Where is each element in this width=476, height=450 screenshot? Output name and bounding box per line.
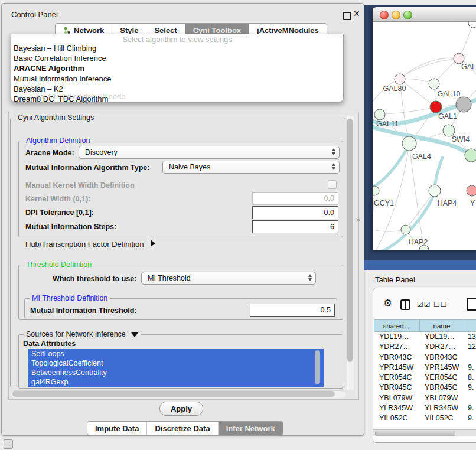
zoom-traffic-light-icon[interactable] <box>403 11 412 19</box>
dpi-tolerance-label: DPI Tolerance [0,1]: <box>25 208 94 217</box>
which-threshold-label: Which threshold to use: <box>53 275 136 283</box>
table-cell: YDR27… <box>374 343 419 353</box>
minimized-widget-icon[interactable] <box>4 439 13 449</box>
network-node[interactable] <box>430 101 442 113</box>
dropdown-placeholder: Select algorithm to view settings <box>11 34 343 44</box>
kernel-width-label: Kernel Width (0,1): <box>25 195 90 203</box>
table-row[interactable]: YIL052CYIL052C9. <box>374 414 476 424</box>
list-item[interactable]: BetweennessCentrality <box>28 368 324 377</box>
network-node[interactable] <box>373 186 379 195</box>
table-cell: YDR27… <box>419 343 464 353</box>
close-icon[interactable]: ✕ <box>353 9 360 18</box>
network-node[interactable] <box>374 109 385 120</box>
tab-discretize-data[interactable]: Discretize Data <box>147 422 218 435</box>
which-threshold-combobox[interactable]: MI Threshold <box>141 272 316 285</box>
table-row[interactable]: YBL079WYBL079W <box>374 394 476 404</box>
mi-algorithm-type-combobox[interactable]: Naive Bayes <box>162 161 340 174</box>
kernel-width-field[interactable]: 0.0 <box>252 192 338 205</box>
list-item[interactable]: TopologicalCoefficient <box>28 358 324 368</box>
dropdown-item-selected[interactable]: ARACNE Algorithm <box>11 64 343 74</box>
dropdown-item[interactable]: Basic Correlation Inference <box>11 54 343 64</box>
network-canvas[interactable]: GALGAL80GAL10GAL1GAL11SWI4GAL4GCY1HAP4YH… <box>373 22 476 250</box>
select-all-checkboxes-icon[interactable]: ☑☑ <box>417 301 431 309</box>
network-icon <box>63 27 71 34</box>
node-label: GAL80 <box>383 84 406 93</box>
dropdown-item[interactable]: Bayesian – Hill Climbing <box>11 44 343 54</box>
table-row[interactable]: YLR345WYLR345W9. <box>374 404 476 414</box>
node-label: HAP4 <box>438 199 457 207</box>
settings-vscrollbar-thumb[interactable] <box>347 119 353 362</box>
sources-title[interactable]: Sources for Network Inference <box>24 330 141 338</box>
close-traffic-light-icon[interactable] <box>380 11 389 19</box>
new-table-icon[interactable] <box>467 298 476 311</box>
mi-threshold-field[interactable]: 0.5 <box>250 304 335 317</box>
network-node[interactable] <box>443 125 455 136</box>
table-row[interactable]: YER054CYER054C8. <box>374 373 476 383</box>
table-cell: 9. <box>464 363 476 373</box>
group-title: Cyni Algorithm Settings <box>15 113 96 122</box>
table-panel-title: Table Panel <box>375 275 415 284</box>
columns-icon[interactable] <box>400 299 410 310</box>
table-row[interactable]: YBR045CYBR045C9. <box>374 383 476 393</box>
network-node[interactable] <box>429 185 441 197</box>
data-attributes-label: Data Attributes <box>23 340 76 348</box>
background-combo-text: gal-filtered.sif default node <box>35 92 125 101</box>
column-header[interactable]: name <box>420 319 465 332</box>
deselect-all-checkboxes-icon[interactable]: ☐☐ <box>433 301 448 309</box>
panel-resize-handle[interactable]: » <box>357 217 360 223</box>
table-cell: 12 <box>464 343 476 353</box>
node-label: SWI4 <box>452 135 470 144</box>
data-attributes-list[interactable]: SelfLoops TopologicalCoefficient Between… <box>28 349 324 387</box>
column-header[interactable] <box>464 319 476 332</box>
node-label: GAL4 <box>412 152 431 161</box>
mi-steps-field[interactable]: 6 <box>252 220 338 233</box>
threshold-definition-title: Threshold Definition <box>24 260 94 269</box>
column-header[interactable]: shared… <box>374 319 420 332</box>
network-window-titlebar[interactable] <box>373 7 476 22</box>
table-cell: YDL19… <box>419 332 464 343</box>
table-cell: YDL19… <box>374 332 419 343</box>
tab-infer-network[interactable]: Infer Network <box>219 422 283 435</box>
network-node[interactable] <box>465 149 476 162</box>
network-node[interactable] <box>401 225 410 234</box>
desktop-background-band <box>364 260 476 270</box>
table-row[interactable]: YDL19…YDL19…13 <box>374 332 476 343</box>
table-cell: 9. <box>464 383 476 393</box>
list-item[interactable]: SelfLoops <box>28 349 324 358</box>
float-window-icon[interactable] <box>343 12 351 20</box>
dpi-tolerance-field[interactable]: 0.0 <box>252 206 338 219</box>
panel-title: Control Panel <box>11 10 58 19</box>
node-label: GCY1 <box>374 199 394 207</box>
network-node[interactable] <box>402 136 416 151</box>
network-node[interactable] <box>467 185 476 196</box>
table-cell: YBL079W <box>374 394 419 404</box>
dropdown-item[interactable]: Mutual Information Inference <box>11 74 343 84</box>
table-cell: YBR043C <box>374 353 419 363</box>
manual-kernel-width-checkbox[interactable] <box>328 180 337 189</box>
network-node[interactable] <box>468 22 476 28</box>
table-hscrollbar-track[interactable] <box>373 429 476 436</box>
table-panel: ⚙ ☑☑ ☐☐ shared… name YDL19…YDL19…13YDR27… <box>373 288 476 443</box>
hub-definition-toggle[interactable]: Hub/Transcription Factor Definition <box>25 240 155 249</box>
mi-threshold-definition-title: MI Threshold Definition <box>30 294 110 302</box>
list-item[interactable]: gal4RGexp <box>28 377 324 387</box>
network-node[interactable] <box>395 74 405 84</box>
table-cell: YPR145W <box>419 363 464 373</box>
apply-button[interactable]: Apply <box>159 402 203 416</box>
node-label: Y <box>470 199 475 207</box>
table-row[interactable]: YDR27…YDR27…12 <box>374 343 476 353</box>
list-scrollbar[interactable] <box>315 350 320 384</box>
node-label: GAL11 <box>376 120 399 128</box>
table-row[interactable]: YBR043CYBR043C <box>374 353 476 363</box>
minimize-traffic-light-icon[interactable] <box>392 11 400 19</box>
settings-hscrollbar-thumb[interactable] <box>12 391 335 397</box>
table-hscrollbar-thumb[interactable] <box>375 431 455 436</box>
stepper-icon <box>308 274 312 281</box>
table-row[interactable]: YPR145WYPR145W9. <box>374 363 476 373</box>
table-cell: YBR045C <box>419 383 464 393</box>
network-node[interactable] <box>429 79 439 89</box>
aracne-mode-combobox[interactable]: Discovery <box>79 146 340 159</box>
tab-impute-data[interactable]: Impute Data <box>87 422 147 435</box>
network-node[interactable] <box>456 97 471 112</box>
gear-icon[interactable]: ⚙ <box>383 298 392 308</box>
